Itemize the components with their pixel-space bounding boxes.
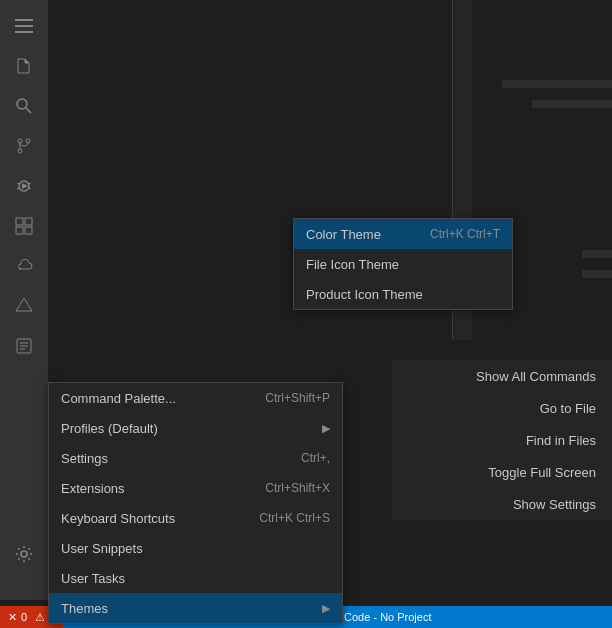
svg-marker-9 [22,183,28,189]
svg-point-5 [18,139,22,143]
explorer-icon[interactable] [6,48,42,84]
svg-marker-18 [16,298,32,311]
preview-block3 [582,250,612,258]
command-toggle-fullscreen[interactable]: Toggle Full Screen [392,456,612,488]
cloud-icon[interactable] [6,248,42,284]
command-goto-file[interactable]: Go to File [392,392,612,424]
svg-point-7 [26,139,30,143]
svg-rect-15 [25,218,32,225]
svg-point-3 [17,99,27,109]
menu-keyboard-shortcuts[interactable]: Keyboard Shortcuts Ctrl+K Ctrl+S [49,503,342,533]
source-control-icon[interactable] [6,128,42,164]
activity-bar-bottom [0,536,48,572]
menu-themes[interactable]: Themes ▶ [49,593,342,623]
settings-gear-icon[interactable] [6,536,42,572]
menu-extensions[interactable]: Extensions Ctrl+Shift+X [49,473,342,503]
themes-arrow-icon: ▶ [322,602,330,615]
context-menu: Command Palette... Ctrl+Shift+P Profiles… [48,382,343,624]
menu-settings[interactable]: Settings Ctrl+, [49,443,342,473]
svg-rect-2 [15,31,33,33]
error-icon: ✕ [8,611,17,624]
activity-bar [0,0,48,600]
preview-block2 [532,100,612,108]
command-list: Show All Commands Go to File Find in Fil… [392,360,612,520]
extensions-icon[interactable] [6,208,42,244]
command-show-settings[interactable]: Show Settings [392,488,612,520]
svg-rect-17 [25,227,32,234]
svg-rect-14 [16,218,23,225]
log-icon[interactable] [6,328,42,364]
menu-command-palette[interactable]: Command Palette... Ctrl+Shift+P [49,383,342,413]
svg-line-4 [26,108,31,113]
menu-profiles[interactable]: Profiles (Default) ▶ [49,413,342,443]
submenu-product-icon-theme[interactable]: Product Icon Theme [294,279,512,309]
arrow-icon: ▶ [322,422,330,435]
command-show-all[interactable]: Show All Commands [392,360,612,392]
preview-block4 [582,270,612,278]
svg-point-23 [21,551,27,557]
svg-rect-0 [15,19,33,21]
themes-submenu: Color Theme Ctrl+K Ctrl+T File Icon Them… [293,218,513,310]
svg-rect-16 [16,227,23,234]
struct-icon[interactable] [6,288,42,324]
preview-block1 [502,80,612,88]
menu-user-snippets[interactable]: User Snippets [49,533,342,563]
submenu-file-icon-theme[interactable]: File Icon Theme [294,249,512,279]
svg-rect-1 [15,25,33,27]
warning-icon: ⚠ [35,611,45,624]
search-icon[interactable] [6,88,42,124]
command-find-files[interactable]: Find in Files [392,424,612,456]
menu-icon[interactable] [6,8,42,44]
debug-icon[interactable] [6,168,42,204]
svg-point-6 [18,149,22,153]
menu-user-tasks[interactable]: User Tasks [49,563,342,593]
submenu-color-theme[interactable]: Color Theme Ctrl+K Ctrl+T [294,219,512,249]
